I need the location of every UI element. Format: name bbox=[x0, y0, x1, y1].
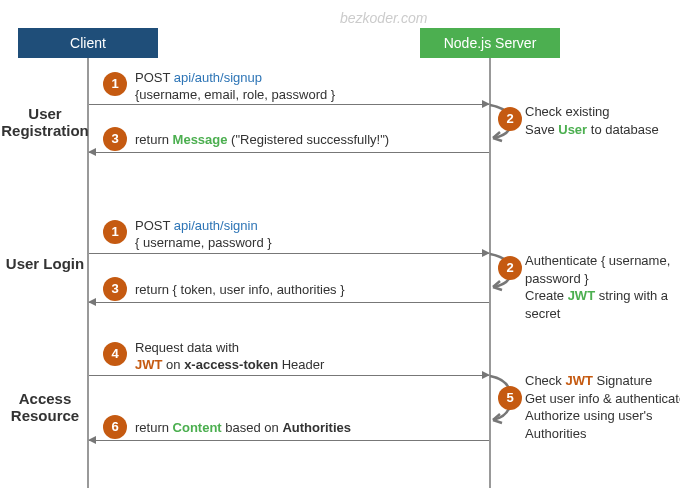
txt: to database bbox=[587, 122, 659, 137]
arrow-access-req bbox=[89, 375, 489, 376]
txt: Authenticate { username, password } bbox=[525, 253, 670, 286]
arrow-signin-resp bbox=[89, 302, 489, 303]
txt: return bbox=[135, 132, 173, 147]
txt: Signature bbox=[593, 373, 652, 388]
step-5-circle: 5 bbox=[498, 386, 522, 410]
txt: { username, password } bbox=[135, 235, 272, 252]
txt: {username, email, role, password } bbox=[135, 87, 335, 104]
txt: Get user info & authenticate bbox=[525, 391, 680, 406]
client-header: Client bbox=[18, 28, 158, 58]
section-registration: User Registration bbox=[0, 105, 95, 140]
msg-signup-request: POST api/auth/signup {username, email, r… bbox=[135, 70, 339, 104]
txt: POST bbox=[135, 218, 174, 233]
txt-message: Message bbox=[173, 132, 228, 147]
arrow-signup-req bbox=[89, 104, 489, 105]
txt: Check existing bbox=[525, 104, 610, 119]
step-3-circle: 3 bbox=[103, 127, 127, 151]
txt: Save bbox=[525, 122, 558, 137]
txt: ("Registered successfully!") bbox=[228, 132, 390, 147]
txt-auth: Authorities bbox=[282, 420, 351, 435]
section-access: Access Resource bbox=[0, 390, 95, 425]
arrow-signup-resp bbox=[89, 152, 489, 153]
step-login1-circle: 1 bbox=[103, 220, 127, 244]
txt-jwt: JWT bbox=[135, 357, 162, 372]
msg-signin-response: return { token, user info, authorities } bbox=[135, 282, 349, 299]
txt: Request data with bbox=[135, 340, 239, 355]
txt: Create bbox=[525, 288, 568, 303]
step-4-circle: 4 bbox=[103, 342, 127, 366]
msg-signin-request: POST api/auth/signin { username, passwor… bbox=[135, 218, 276, 252]
msg-signup-response: return Message ("Registered successfully… bbox=[135, 132, 393, 149]
txt-header: x-access-token bbox=[184, 357, 278, 372]
msg-access-response: return Content based on Authorities bbox=[135, 420, 355, 437]
step-6-circle: 6 bbox=[103, 415, 127, 439]
txt: POST bbox=[135, 70, 174, 85]
txt-jwt: JWT bbox=[565, 373, 592, 388]
txt: Authorize using user's Authorities bbox=[525, 408, 653, 441]
api-path: api/auth/signin bbox=[174, 218, 258, 233]
txt: based on bbox=[222, 420, 283, 435]
step-1-circle: 1 bbox=[103, 72, 127, 96]
step-login3-circle: 3 bbox=[103, 277, 127, 301]
msg-access-server: Check JWT Signature Get user info & auth… bbox=[525, 372, 680, 442]
step-login2-circle: 2 bbox=[498, 256, 522, 280]
arrow-signin-req bbox=[89, 253, 489, 254]
txt: return bbox=[135, 420, 173, 435]
api-path: api/auth/signup bbox=[174, 70, 262, 85]
section-login: User Login bbox=[0, 255, 95, 272]
msg-signin-server: Authenticate { username, password } Crea… bbox=[525, 252, 680, 322]
arrow-access-resp bbox=[89, 440, 489, 441]
watermark: bezkoder.com bbox=[340, 10, 427, 26]
txt-content: Content bbox=[173, 420, 222, 435]
txt-user: User bbox=[558, 122, 587, 137]
server-header: Node.js Server bbox=[420, 28, 560, 58]
msg-signup-server: Check existing Save User to database bbox=[525, 103, 680, 138]
step-2-circle: 2 bbox=[498, 107, 522, 131]
txt: Check bbox=[525, 373, 565, 388]
txt: Header bbox=[278, 357, 324, 372]
txt-jwt: JWT bbox=[568, 288, 595, 303]
txt: on bbox=[162, 357, 184, 372]
msg-access-request: Request data with JWT on x-access-token … bbox=[135, 340, 328, 374]
